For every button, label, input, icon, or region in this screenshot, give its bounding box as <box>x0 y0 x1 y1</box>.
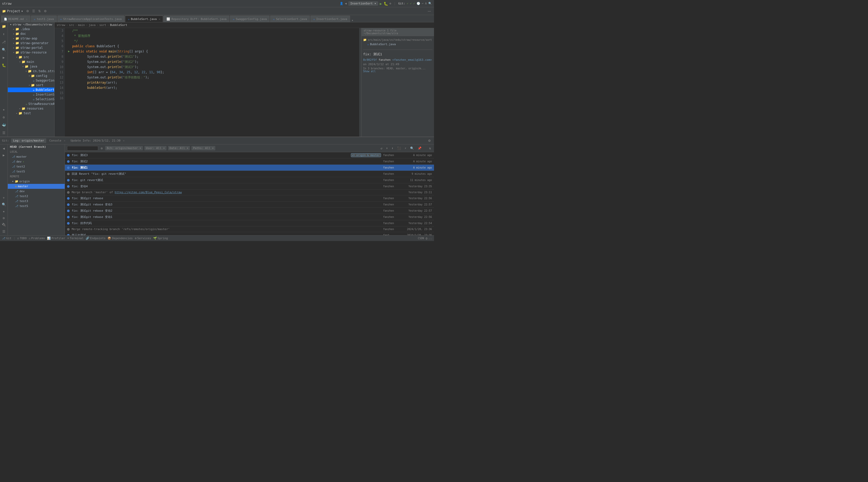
commit-row-5[interactable]: fix: git revert测试 fanzhen 11 minutes ago <box>65 177 434 183</box>
expand-btn[interactable]: ⬆ <box>391 146 394 151</box>
commit-row-13[interactable]: Merge remote-tracking branch 'refs/remot… <box>65 226 434 232</box>
nav-star-btn[interactable]: ★ <box>1 208 7 214</box>
endpoints-status-item[interactable]: 🔗 Endpoints <box>86 236 106 240</box>
local-dev-branch[interactable]: ⎇ dev ↑ <box>8 159 65 164</box>
right-path-item[interactable]: 📁 src/main/java/cn/tedu/straw/resource/s… <box>363 38 432 42</box>
git-icon[interactable]: ⎇ <box>1 39 7 45</box>
filter-toolbar-btn[interactable]: ☰ <box>31 9 36 13</box>
run-config-dropdown[interactable]: InsertionSort ▾ <box>348 1 378 6</box>
run-icon[interactable]: ▶ <box>1 55 7 60</box>
insertionsort-file[interactable]: ☕ InsertionSort <box>8 92 54 97</box>
back-icon[interactable]: ◀ <box>345 2 347 5</box>
terminal-status-item[interactable]: ⌨ Terminal <box>67 236 84 240</box>
console-close[interactable]: ✕ <box>64 139 65 142</box>
user-icon[interactable]: 👤 <box>340 2 343 5</box>
settings-icon[interactable]: ⚙ <box>1 114 7 120</box>
collapse-btn[interactable]: ⬇ <box>385 146 389 151</box>
config-toolbar-btn[interactable]: ⚙ <box>43 9 48 13</box>
remote-test3-branch[interactable]: ⎇ test3 <box>8 199 65 203</box>
java-folder[interactable]: ▾ 📁 java <box>8 64 54 69</box>
test-folder[interactable]: ▸ 📁 test <box>8 111 54 116</box>
remote-test2-branch[interactable]: ⎇ test2 <box>8 194 65 199</box>
diff-btn[interactable]: ⚡ <box>404 146 407 151</box>
swagger-config-file[interactable]: ☕ SwaggerConfig <box>8 78 54 83</box>
list-icon[interactable]: ☰ <box>1 130 7 135</box>
nav-list-btn[interactable]: ☰ <box>1 228 7 234</box>
date-filter[interactable]: Date: All ▾ <box>168 146 190 150</box>
nav-settings2-btn[interactable]: ⚙ <box>1 215 7 221</box>
config-folder[interactable]: ▾ 📁 config <box>8 73 54 78</box>
run-button[interactable]: ▶ <box>380 2 382 6</box>
nav-plugin-btn[interactable]: 🔌 <box>1 222 7 227</box>
nav-forward-btn[interactable]: ▶ <box>1 152 7 158</box>
tabs-more-btn[interactable]: ▾ <box>352 19 353 22</box>
tab-console[interactable]: Console ✕ <box>47 138 67 143</box>
main-folder[interactable]: ▾ 📁 main <box>8 60 54 64</box>
origin-folder[interactable]: ▾ 📁 origin <box>8 179 65 184</box>
tab-selectionsort[interactable]: ☕ SelectionSort.java <box>270 15 310 22</box>
find-icon[interactable]: 🔍 <box>1 47 7 53</box>
git-check2[interactable]: ✓ <box>410 2 412 5</box>
idea-folder[interactable]: ▸ 📁 .idea <box>8 27 54 31</box>
debug-icon[interactable]: 🐛 <box>1 62 7 68</box>
cn-tedu-folder[interactable]: ▾ 📁 cn.tedu.straw.resource <box>8 69 54 73</box>
remote-master-branch[interactable]: ★ master <box>8 184 65 189</box>
straw-portal-folder[interactable]: ▸ 📁 straw-portal <box>8 45 54 50</box>
commit-row-3[interactable]: fix: 测试1 fanzhen A minute ago <box>65 165 434 171</box>
pin-btn[interactable]: 📌 <box>416 146 423 151</box>
tab-readme-close[interactable]: ✕ <box>26 18 28 21</box>
tab-swagger[interactable]: ☕ SwaggerConfig.java <box>230 15 270 22</box>
commit-row-14[interactable]: 第三次测试 fan* 2024/1/20, 23:36 <box>65 232 434 235</box>
profiler-status-item[interactable]: 📊 Profiler <box>47 236 65 240</box>
nav-find2-btn[interactable]: 🔍 <box>1 201 7 207</box>
spring-status-item[interactable]: 🌱 Spring <box>153 236 168 240</box>
sort-log-btn[interactable]: ⇅ <box>428 146 432 151</box>
paths-filter[interactable]: Paths: All ▾ <box>191 146 215 150</box>
tab-bubblesort-close[interactable]: ✕ <box>159 18 160 21</box>
commit-row-1[interactable]: fix: 测试3 🏷 origin & master fanzhen A min… <box>65 152 434 158</box>
local-test2-branch[interactable]: ⎇ test2 <box>8 164 65 169</box>
right-file-item[interactable]: ☕ BubbleSort.java <box>363 42 432 46</box>
git-check1[interactable]: ✓ <box>407 2 408 5</box>
tab-insertionsort[interactable]: ☕ InsertionSort.java <box>310 15 350 22</box>
git-status-item[interactable]: ⎇ Git <box>2 236 11 240</box>
graph-btn[interactable]: ⬛ <box>396 146 402 151</box>
dependencies-status-item[interactable]: 📦 Dependencies <box>107 236 132 240</box>
src-folder[interactable]: ▾ 📁 src <box>8 55 54 60</box>
plugins-icon[interactable]: ★ <box>1 106 7 112</box>
nav-add-btn[interactable]: + <box>1 195 7 200</box>
search-log-btn[interactable]: 🔍 <box>409 146 415 151</box>
tab-test1[interactable]: ☕ test1.java <box>31 15 57 22</box>
commit-row-7[interactable]: Merge branch 'master' of https://gitee.c… <box>65 190 434 195</box>
tab-repo-diff[interactable]: ⬜ Repository Diff: BubbleSort.java <box>164 15 229 22</box>
refresh-btn[interactable]: ↺ <box>379 146 383 151</box>
commit-row-6[interactable]: fix: 变动4 fanzhen Yesterday 23:35 <box>65 183 434 190</box>
translate-icon[interactable]: A <box>425 2 427 5</box>
branch-filter[interactable]: Bch: origin/master ▾ <box>105 146 143 150</box>
commit-row-12[interactable]: fix: 排序代码 fanzhen Yesterday 22:54 <box>65 220 434 226</box>
editor-scrollbar[interactable] <box>359 28 361 137</box>
remote-dev-branch[interactable]: ⎇ dev <box>8 189 65 194</box>
tab-update-info[interactable]: Update Info: 2024/3/12, 21:30 ✕ <box>68 138 127 143</box>
tab-log-origin[interactable]: Log: origin/master <box>11 138 46 143</box>
straw-gen-folder[interactable]: ▸ 📁 straw-generator <box>8 41 54 45</box>
settings-toolbar-btn[interactable]: ⚙ <box>25 9 30 13</box>
more-run-button[interactable]: ⚙ <box>390 2 392 5</box>
sort-toolbar-btn[interactable]: ⇅ <box>37 9 42 13</box>
user-filter[interactable]: User: All ▾ <box>145 146 166 150</box>
commit-row-4[interactable]: 回滚 Revert "fix: git revert测试" fanzhen 9 … <box>65 171 434 177</box>
update-info-close[interactable]: ✕ <box>123 139 124 142</box>
bubblesort-file[interactable]: ☕ BubbleSort <box>8 88 54 92</box>
commit-icon[interactable]: ⬆ <box>1 31 7 37</box>
git-clock-icon[interactable]: 🕐 <box>416 2 420 5</box>
commit-row-8[interactable]: fix: 测试git rebase fanzhen Yesterday 22:5… <box>65 195 434 201</box>
nav-back-btn[interactable]: ◀ <box>1 146 7 151</box>
git-check3[interactable]: ✓ <box>413 2 415 5</box>
git-log-search[interactable] <box>67 146 98 151</box>
project-icon[interactable]: 📁 <box>1 23 7 29</box>
tab-bubblesort[interactable]: ☕ BubbleSort.java ✕ <box>125 15 163 22</box>
local-master-branch[interactable]: ⎇ master <box>8 154 65 159</box>
straw-app-file[interactable]: ☕ StrawResourceApplication <box>8 101 54 106</box>
head-branch[interactable]: HEAD (Current Branch) <box>8 144 65 149</box>
bottom-settings-btn[interactable]: ⚙ <box>427 138 432 143</box>
